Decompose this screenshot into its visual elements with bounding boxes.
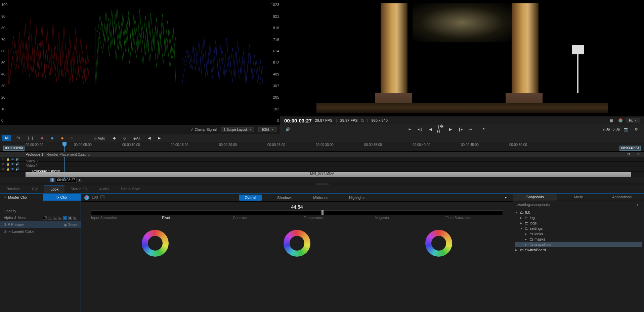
playhead[interactable] <box>62 142 67 147</box>
preview-timecode[interactable]: 00:00:03:27 <box>284 118 312 123</box>
keyframe-all-button[interactable]: ◆All <box>131 135 143 141</box>
next-panel-icon[interactable]: ▸ <box>502 194 510 201</box>
tree-settings[interactable]: ▼🗀settings <box>515 226 642 231</box>
current-tc-input[interactable]: 00:00:03:27 <box>56 177 77 183</box>
three-up-button[interactable]: 3-Up <box>612 127 620 131</box>
range-highlights-tab[interactable]: Highlights <box>344 195 371 201</box>
pivot-value[interactable]: 44.54 <box>91 204 503 210</box>
filter-6s-button[interactable]: 6s <box>14 135 23 141</box>
pause-icon[interactable]: ❙�科 <box>437 126 444 133</box>
add-snapshot-icon[interactable]: + <box>634 201 641 208</box>
step-forward-icon[interactable]: ❙▸ <box>457 126 464 133</box>
step-back-icon[interactable]: ◂❙ <box>417 126 424 133</box>
gamma-wheel[interactable] <box>284 230 310 257</box>
fit-dropdown[interactable]: Fit <box>626 118 640 123</box>
tl-icon-2[interactable]: ◆ <box>48 135 56 142</box>
mask-mode-3-icon[interactable]: ☐ <box>53 216 57 220</box>
mask-mode-5-icon[interactable]: ▱ <box>63 216 67 220</box>
param-input-saturation[interactable]: Input Saturation <box>84 216 155 220</box>
param-magenta[interactable]: Magenta <box>368 216 439 220</box>
param-contrast[interactable]: Contrast <box>226 216 297 220</box>
clip-tab[interactable]: fx Clip <box>43 194 81 201</box>
tree-looks[interactable]: ▶🗀looks <box>515 231 642 237</box>
range-shadows-tab[interactable]: Shadows <box>272 195 298 201</box>
tree-snapshots[interactable]: ▶🗀snapshots <box>515 242 642 247</box>
mask-mode-1-icon[interactable] <box>43 216 47 220</box>
preview-panel: 00:00:03:27 29.97 FPS| 29.97 FPS ⧉| 960 … <box>280 0 644 134</box>
play-reverse-icon[interactable]: ◀ <box>427 126 434 133</box>
volume-icon[interactable]: 🔊 <box>284 126 292 133</box>
tl-settings-icon[interactable]: ⚙ <box>625 151 633 158</box>
keyframe-icon[interactable]: ◆ <box>111 135 118 142</box>
alpha-mask-row[interactable]: Alpha & Mask: ○ ☐ ⊡ ▱ ◼ ▭ <box>0 214 81 221</box>
filter-bracket-button[interactable]: [...] <box>26 135 36 141</box>
snap-tab-mask[interactable]: Mask <box>557 194 600 201</box>
bottom-section: fxMaster Clip fx Clip Opacity Alpha & Ma… <box>0 193 644 312</box>
loop-icon[interactable]: ↻ <box>480 126 488 133</box>
gain-wheel[interactable] <box>425 230 452 257</box>
scope-mode-icon[interactable]: ☷ <box>100 195 104 199</box>
tl-icon-3[interactable]: ◆ <box>58 135 66 142</box>
tl-icon-1[interactable]: ◆ <box>38 135 46 142</box>
out-point-tc[interactable]: 00:00:48:23 <box>619 146 641 151</box>
color-wheel-icon[interactable] <box>618 118 622 122</box>
keyframe-remove-icon[interactable]: ◇ <box>121 135 128 142</box>
curve-mode-icon[interactable]: 100 <box>92 195 98 200</box>
tc-lock-icon[interactable]: ◧ <box>78 178 82 182</box>
tab-timeline[interactable]: Timeline <box>0 185 26 193</box>
tab-clip[interactable]: Clip <box>26 185 44 193</box>
goto-out-icon[interactable]: ⇥ <box>467 126 474 133</box>
range-overall-tab[interactable]: Overall <box>239 195 262 201</box>
auto-button[interactable]: ◇ Auto <box>91 135 108 141</box>
in-point-tc[interactable]: 00:00:00:00 <box>3 146 25 151</box>
param-temperature[interactable]: Temperature <box>297 216 368 220</box>
two-up-button[interactable]: 2-Up <box>603 127 610 131</box>
tab-look[interactable]: Look <box>44 185 65 193</box>
settings-gear-icon[interactable]: ⚙ <box>633 126 640 133</box>
tree-log[interactable]: ▶🗀log <box>515 215 642 220</box>
comparison-mode-icon[interactable]: ▦ <box>608 117 615 124</box>
tree-masks[interactable]: ▶🗀masks <box>515 237 642 242</box>
filter-all-button[interactable]: All <box>2 135 11 141</box>
param-final-saturation[interactable]: Final Saturation <box>439 216 510 220</box>
tab-stereo3d[interactable]: Stereo 3D <box>65 185 93 193</box>
wheel-mode-icon[interactable] <box>84 195 89 200</box>
layer-index[interactable]: 1 <box>50 178 54 182</box>
drag-handle[interactable] <box>0 183 644 185</box>
tree-switchboard[interactable]: ▶🗀SwitchBoard <box>515 247 642 253</box>
snap-tab-annotations[interactable]: Annotations <box>600 194 644 201</box>
scope-bits-dropdown[interactable]: 10Bit <box>258 127 276 132</box>
mask-mode-4-icon[interactable]: ⊡ <box>58 216 62 220</box>
tree-logs[interactable]: ▶🗀logs <box>515 220 642 226</box>
next-key-icon[interactable]: ▶ <box>156 135 163 142</box>
play-icon[interactable]: ▶ <box>447 126 454 133</box>
tl-icon-4[interactable]: ⊙ <box>69 135 76 142</box>
timeline-ruler[interactable]: 00:00:00:00 00:00:00:00 00:00:05:00 00:0… <box>0 142 644 152</box>
mask-mode-2-icon[interactable]: ○ <box>48 216 52 220</box>
snap-tab-snapshots[interactable]: Snapshots <box>513 194 557 201</box>
opacity-row[interactable]: Opacity <box>0 208 81 214</box>
master-clip-tab[interactable]: fxMaster Clip <box>0 195 43 199</box>
clamp-signal-toggle[interactable]: Clamp Signal <box>190 127 216 132</box>
scope-layout-dropdown[interactable]: 1 Scope Layout <box>221 127 254 132</box>
color-wheels <box>81 220 513 260</box>
tree-root[interactable]: ▼🗀9.0 <box>515 210 642 215</box>
look-panel: fxMaster Clip fx Clip Opacity Alpha & Ma… <box>0 193 513 312</box>
snapshots-path[interactable]: ..\settings\snapshots <box>516 203 550 207</box>
tab-panscan[interactable]: Pan & Scan <box>115 185 146 193</box>
prev-key-icon[interactable]: ◀ <box>145 135 153 142</box>
primary-layer[interactable]: ⊘ P Primary ◼ Reset <box>0 221 81 228</box>
range-midtones-tab[interactable]: Midtones <box>308 195 334 201</box>
param-pivot[interactable]: Pivot <box>155 216 226 220</box>
tab-audio[interactable]: Audio <box>93 185 115 193</box>
lumetri-layer[interactable]: ⊘ Pr Lumetri Color <box>0 228 81 235</box>
mask-mode-6-icon[interactable]: ◼ <box>68 216 72 220</box>
lift-wheel[interactable] <box>142 230 169 257</box>
pivot-slider[interactable] <box>91 210 503 215</box>
preview-monitor[interactable] <box>280 0 644 116</box>
params-row: Input Saturation Pivot Contrast Temperat… <box>81 216 513 220</box>
mask-mode-7-icon[interactable]: ▭ <box>73 216 77 220</box>
snapshot-icon[interactable]: 📷 <box>622 126 630 133</box>
goto-in-icon[interactable]: ⇤ <box>406 126 414 133</box>
tl-close-icon[interactable]: ✕ <box>635 151 642 158</box>
